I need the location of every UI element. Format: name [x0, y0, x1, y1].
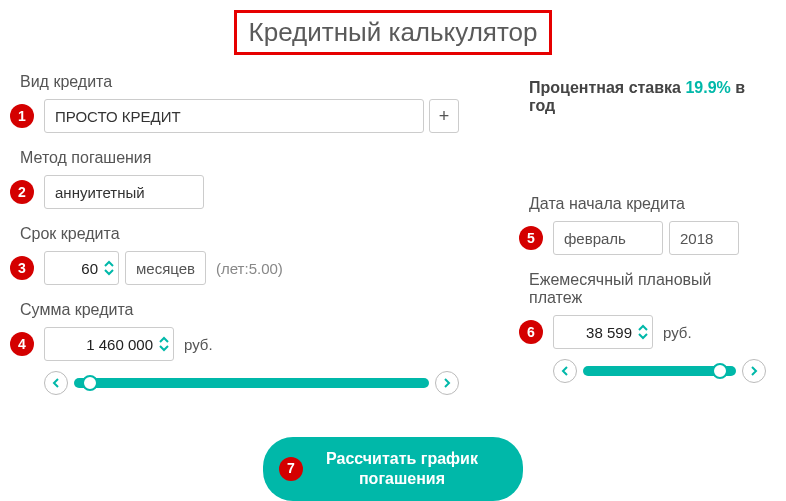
start-year-select[interactable]: 2018 [669, 221, 739, 255]
amount-slider[interactable] [74, 378, 429, 388]
page-title: Кредитный калькулятор [234, 10, 553, 55]
loan-term-stepper[interactable]: 60 [44, 251, 119, 285]
loan-term-field: Срок кредита 3 60 месяцев (лет:5.00) [20, 225, 459, 285]
loan-term-value: 60 [53, 260, 98, 277]
start-date-label: Дата начала кредита [529, 195, 766, 213]
chevron-down-icon[interactable] [159, 344, 169, 352]
add-credit-type-button[interactable]: + [429, 99, 459, 133]
credit-type-input[interactable]: ПРОСТО КРЕДИТ [44, 99, 424, 133]
monthly-payment-field: Ежемесячный плановый платеж 6 38 599 руб… [529, 271, 766, 383]
payment-slider[interactable] [583, 366, 736, 376]
chevron-right-icon [443, 378, 451, 388]
payment-slider-decrease-button[interactable] [553, 359, 577, 383]
calculate-button-label: Рассчитать график погашения [317, 449, 487, 489]
chevron-down-icon[interactable] [638, 332, 648, 340]
payment-slider-thumb[interactable] [712, 363, 728, 379]
loan-amount-value: 1 460 000 [53, 336, 153, 353]
start-year-value: 2018 [680, 230, 713, 247]
monthly-payment-unit: руб. [663, 324, 692, 341]
monthly-payment-stepper[interactable]: 38 599 [553, 315, 653, 349]
loan-term-unit-select[interactable]: месяцев [125, 251, 206, 285]
rate-value: 19.9% [685, 79, 730, 96]
amount-slider-increase-button[interactable] [435, 371, 459, 395]
chevron-up-icon[interactable] [638, 324, 648, 332]
chevron-left-icon [561, 366, 569, 376]
start-month-select[interactable]: февраль [553, 221, 663, 255]
interest-rate-text: Процентная ставка 19.9% в год [529, 79, 766, 115]
credit-type-value: ПРОСТО КРЕДИТ [55, 108, 181, 125]
step-badge-5: 5 [519, 226, 543, 250]
step-badge-6: 6 [519, 320, 543, 344]
loan-term-unit: месяцев [136, 260, 195, 277]
repayment-method-field: Метод погашения 2 аннуитетный [20, 149, 459, 209]
chevron-up-icon[interactable] [159, 336, 169, 344]
amount-slider-decrease-button[interactable] [44, 371, 68, 395]
credit-type-field: Вид кредита 1 ПРОСТО КРЕДИТ + [20, 73, 459, 133]
credit-type-label: Вид кредита [20, 73, 459, 91]
chevron-up-icon[interactable] [104, 260, 114, 268]
chevron-down-icon[interactable] [104, 268, 114, 276]
loan-amount-stepper[interactable]: 1 460 000 [44, 327, 174, 361]
loan-amount-field: Сумма кредита 4 1 460 000 руб. [20, 301, 459, 395]
loan-amount-label: Сумма кредита [20, 301, 459, 319]
amount-slider-thumb[interactable] [82, 375, 98, 391]
chevron-left-icon [52, 378, 60, 388]
chevron-right-icon [750, 366, 758, 376]
rate-prefix: Процентная ставка [529, 79, 685, 96]
monthly-payment-value: 38 599 [562, 324, 632, 341]
start-month-value: февраль [564, 230, 626, 247]
repayment-method-label: Метод погашения [20, 149, 459, 167]
monthly-payment-label: Ежемесячный плановый платеж [529, 271, 766, 307]
step-badge-1: 1 [10, 104, 34, 128]
payment-slider-increase-button[interactable] [742, 359, 766, 383]
start-date-field: Дата начала кредита 5 февраль 2018 [529, 195, 766, 255]
loan-amount-unit: руб. [184, 336, 213, 353]
calculate-schedule-button[interactable]: 7 Рассчитать график погашения [263, 437, 523, 501]
repayment-method-value: аннуитетный [55, 184, 145, 201]
step-badge-7: 7 [279, 457, 303, 481]
step-badge-4: 4 [10, 332, 34, 356]
repayment-method-input[interactable]: аннуитетный [44, 175, 204, 209]
plus-icon: + [439, 106, 450, 127]
step-badge-3: 3 [10, 256, 34, 280]
loan-term-label: Срок кредита [20, 225, 459, 243]
step-badge-2: 2 [10, 180, 34, 204]
loan-term-years-hint: (лет:5.00) [216, 260, 283, 277]
